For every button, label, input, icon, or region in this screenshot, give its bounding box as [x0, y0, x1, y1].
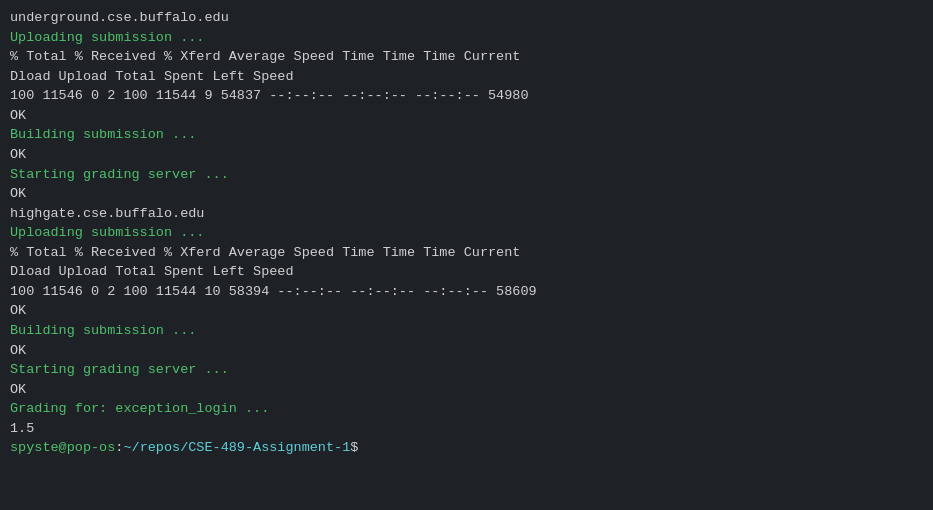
- terminal-line-text: highgate.cse.buffalo.edu: [10, 206, 204, 221]
- terminal-line-text: Starting grading server ...: [10, 362, 229, 377]
- terminal-line-text: Building submission ...: [10, 127, 196, 142]
- terminal-line-text: OK: [10, 108, 26, 123]
- terminal-line-text: OK: [10, 382, 26, 397]
- terminal-line: Dload Upload Total Spent Left Speed: [10, 262, 923, 282]
- terminal-line-text: Building submission ...: [10, 323, 196, 338]
- prompt-user: spyste@pop-os: [10, 440, 115, 455]
- terminal-line-text: Starting grading server ...: [10, 167, 229, 182]
- prompt-path: ~/repos/CSE-489-Assignment-1: [123, 440, 350, 455]
- terminal-line-text: Uploading submission ...: [10, 30, 204, 45]
- terminal-line: OK: [10, 184, 923, 204]
- terminal-line-text: OK: [10, 343, 26, 358]
- terminal-line: Uploading submission ...: [10, 28, 923, 48]
- terminal-line: 1.5: [10, 419, 923, 439]
- terminal-line: OK: [10, 341, 923, 361]
- terminal-line-text: OK: [10, 303, 26, 318]
- terminal-line: OK: [10, 145, 923, 165]
- terminal-line-text: 100 11546 0 2 100 11544 9 54837 --:--:--…: [10, 88, 528, 103]
- terminal-line-text: Dload Upload Total Spent Left Speed: [10, 69, 294, 84]
- terminal-line: Uploading submission ...: [10, 223, 923, 243]
- terminal-line-text: OK: [10, 186, 26, 201]
- terminal-line-text: OK: [10, 147, 26, 162]
- terminal-line: 100 11546 0 2 100 11544 10 58394 --:--:-…: [10, 282, 923, 302]
- terminal-line: 100 11546 0 2 100 11544 9 54837 --:--:--…: [10, 86, 923, 106]
- terminal-line: Dload Upload Total Spent Left Speed: [10, 67, 923, 87]
- terminal-line: Building submission ...: [10, 321, 923, 341]
- terminal-output: underground.cse.buffalo.eduUploading sub…: [10, 8, 923, 458]
- terminal-line: OK: [10, 301, 923, 321]
- terminal-line-text: Grading for: exception_login ...: [10, 401, 269, 416]
- terminal-line: Building submission ...: [10, 125, 923, 145]
- terminal-line-text: underground.cse.buffalo.edu: [10, 10, 229, 25]
- terminal-line: % Total % Received % Xferd Average Speed…: [10, 47, 923, 67]
- terminal-line-text: Uploading submission ...: [10, 225, 204, 240]
- terminal-line: highgate.cse.buffalo.edu: [10, 204, 923, 224]
- terminal-line-text: Dload Upload Total Spent Left Speed: [10, 264, 294, 279]
- terminal-prompt[interactable]: spyste@pop-os:~/repos/CSE-489-Assignment…: [10, 438, 923, 458]
- terminal-line: % Total % Received % Xferd Average Speed…: [10, 243, 923, 263]
- terminal-line: Grading for: exception_login ...: [10, 399, 923, 419]
- terminal-line: OK: [10, 380, 923, 400]
- terminal-line-text: 100 11546 0 2 100 11544 10 58394 --:--:-…: [10, 284, 537, 299]
- terminal-line: underground.cse.buffalo.edu: [10, 8, 923, 28]
- terminal-line: Starting grading server ...: [10, 360, 923, 380]
- terminal-line-text: % Total % Received % Xferd Average Speed…: [10, 245, 520, 260]
- terminal-line-text: % Total % Received % Xferd Average Speed…: [10, 49, 520, 64]
- terminal-line: OK: [10, 106, 923, 126]
- terminal-line-text: 1.5: [10, 421, 34, 436]
- prompt-symbol: $: [350, 440, 358, 455]
- terminal-line: Starting grading server ...: [10, 165, 923, 185]
